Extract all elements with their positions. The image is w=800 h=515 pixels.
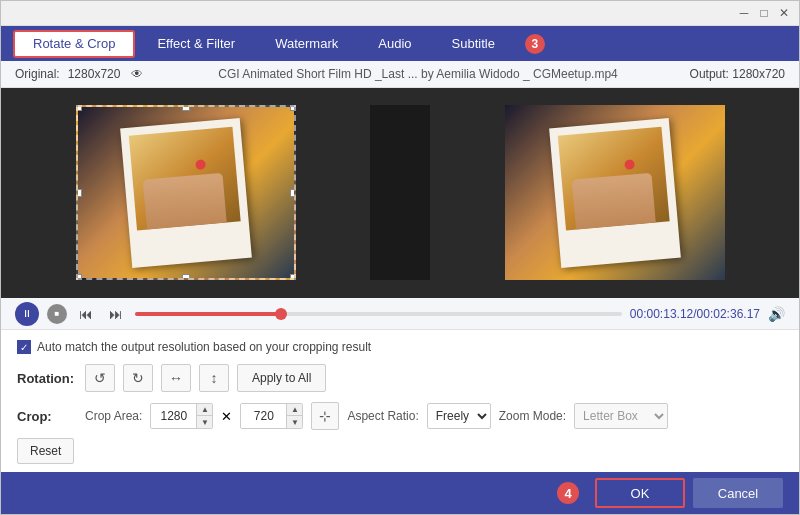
time-total: 00:02:36.17 <box>697 307 760 321</box>
controls-area: Auto match the output resolution based o… <box>1 330 799 472</box>
flip-v-icon: ↕ <box>211 370 218 386</box>
crop-width-input-group: ▲ ▼ <box>150 403 213 429</box>
tab-effect-filter-label: Effect & Filter <box>157 36 235 51</box>
crop-handle-midright[interactable] <box>290 189 296 197</box>
pause-button[interactable]: ⏸ <box>15 302 39 326</box>
original-label: Original: <box>15 67 60 81</box>
transport-bar: ⏸ ■ ⏮ ⏭ 00:00:13.12/00:02:36.17 🔊 <box>1 298 799 331</box>
progress-bar[interactable] <box>135 312 622 316</box>
flip-vertical-button[interactable]: ↕ <box>199 364 229 392</box>
progress-thumb[interactable] <box>275 308 287 320</box>
crop-area-label: Crop Area: <box>85 409 142 423</box>
polaroid-left-image <box>128 127 240 231</box>
crop-height-up[interactable]: ▲ <box>286 404 302 416</box>
tab-subtitle-label: Subtitle <box>452 36 495 51</box>
crop-handle-topmid[interactable] <box>182 105 190 111</box>
zoom-mode-select[interactable]: Letter Box Pan & Scan Full <box>574 403 668 429</box>
auto-match-label: Auto match the output resolution based o… <box>37 340 371 354</box>
reset-row: Reset <box>17 438 783 464</box>
time-current: 00:00:13.12 <box>630 307 693 321</box>
crop-height-input-group: ▲ ▼ <box>240 403 303 429</box>
crosshair-icon: ⊹ <box>319 408 331 424</box>
close-button[interactable]: ✕ <box>777 6 791 20</box>
volume-icon[interactable]: 🔊 <box>768 306 785 322</box>
ok-button[interactable]: OK <box>595 478 685 508</box>
minimize-button[interactable]: ─ <box>737 6 751 20</box>
tab-bar: Rotate & Crop Effect & Filter Watermark … <box>1 26 799 60</box>
polaroid-left-hand <box>142 173 226 230</box>
rotate-left-icon: ↺ <box>94 370 106 386</box>
zoom-mode-label: Zoom Mode: <box>499 409 566 423</box>
crop-height-down[interactable]: ▼ <box>286 416 302 428</box>
crop-handle-bottomleft[interactable] <box>76 274 82 280</box>
crop-row: Crop: Crop Area: ▲ ▼ ✕ ▲ ▼ ⊹ Aspe <box>17 402 783 430</box>
crop-width-down[interactable]: ▼ <box>196 416 212 428</box>
reset-button[interactable]: Reset <box>17 438 74 464</box>
preview-divider <box>370 105 430 280</box>
rotate-right-icon: ↻ <box>132 370 144 386</box>
title-bar: ─ □ ✕ <box>1 1 799 26</box>
maximize-button[interactable]: □ <box>757 6 771 20</box>
crop-center-button[interactable]: ⊹ <box>311 402 339 430</box>
rotate-right-button[interactable]: ↻ <box>123 364 153 392</box>
tab-rotate-crop-label: Rotate & Crop <box>33 36 115 51</box>
bottom-actions: 4 OK Cancel <box>557 478 783 508</box>
flip-h-icon: ↔ <box>169 370 183 386</box>
tab-effect-filter[interactable]: Effect & Filter <box>139 30 253 58</box>
polaroid-right-image <box>557 127 669 231</box>
progress-fill <box>135 312 281 316</box>
crop-handle-bottommid[interactable] <box>182 274 190 280</box>
cancel-label: Cancel <box>718 486 758 501</box>
original-info: Original: 1280x720 👁 <box>15 67 146 81</box>
red-dot-right <box>624 159 635 170</box>
rotate-left-button[interactable]: ↺ <box>85 364 115 392</box>
aspect-ratio-label: Aspect Ratio: <box>347 409 418 423</box>
crop-handle-bottomright[interactable] <box>290 274 296 280</box>
crop-width-input[interactable] <box>151 404 196 428</box>
crop-handle-topright[interactable] <box>290 105 296 111</box>
pause-icon: ⏸ <box>22 308 32 319</box>
red-dot-left <box>195 159 206 170</box>
cancel-button[interactable]: Cancel <box>693 478 783 508</box>
preview-right-panel <box>450 98 779 288</box>
apply-to-all-button[interactable]: Apply to All <box>237 364 326 392</box>
auto-match-checkbox[interactable] <box>17 340 31 354</box>
preview-area <box>1 88 799 298</box>
ok-badge: 4 <box>557 482 579 504</box>
time-display: 00:00:13.12/00:02:36.17 <box>630 307 760 321</box>
ok-label: OK <box>631 486 650 501</box>
crop-width-spinner: ▲ ▼ <box>196 404 212 428</box>
info-bar: Original: 1280x720 👁 CGI Animated Short … <box>1 61 799 88</box>
preview-eye-icon[interactable]: 👁 <box>128 67 146 81</box>
tab-rotate-crop[interactable]: Rotate & Crop <box>13 30 135 58</box>
skip-forward-button[interactable]: ⏭ <box>105 303 127 325</box>
rotation-label: Rotation: <box>17 371 77 386</box>
crop-label: Crop: <box>17 409 77 424</box>
output-label: Output: <box>690 67 729 81</box>
skip-back-button[interactable]: ⏮ <box>75 303 97 325</box>
bottom-bar: 4 OK Cancel <box>1 472 799 514</box>
window-controls: ─ □ ✕ <box>737 6 791 20</box>
auto-match-row: Auto match the output resolution based o… <box>17 340 783 354</box>
preview-left-image <box>76 105 296 280</box>
stop-button[interactable]: ■ <box>47 304 67 324</box>
crop-dimension-separator: ✕ <box>221 409 232 424</box>
tab-audio[interactable]: Audio <box>360 30 429 58</box>
original-resolution: 1280x720 <box>68 67 121 81</box>
crop-width-up[interactable]: ▲ <box>196 404 212 416</box>
tab-subtitle[interactable]: Subtitle <box>434 30 513 58</box>
crop-height-input[interactable] <box>241 404 286 428</box>
polaroid-right <box>549 118 681 268</box>
preview-right-image <box>505 105 725 280</box>
tab-watermark[interactable]: Watermark <box>257 30 356 58</box>
preview-left-panel <box>21 98 350 288</box>
crop-handle-topleft[interactable] <box>76 105 82 111</box>
output-resolution: 1280x720 <box>732 67 785 81</box>
tab-watermark-label: Watermark <box>275 36 338 51</box>
filename-display: CGI Animated Short Film HD _Last ... by … <box>146 67 689 81</box>
main-window: ─ □ ✕ Rotate & Crop Effect & Filter Wate… <box>0 0 800 515</box>
aspect-ratio-select[interactable]: Freely 16:9 4:3 1:1 <box>427 403 491 429</box>
crop-handle-midleft[interactable] <box>76 189 82 197</box>
skip-back-icon: ⏮ <box>79 306 93 322</box>
flip-horizontal-button[interactable]: ↔ <box>161 364 191 392</box>
